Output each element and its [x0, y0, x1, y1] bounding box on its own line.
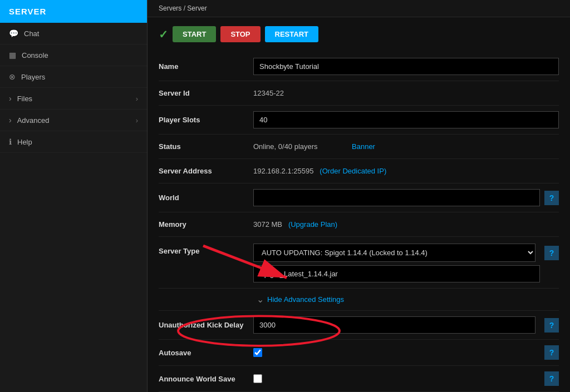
- kick-delay-value: ?: [253, 316, 559, 334]
- world-label: World: [159, 193, 253, 202]
- server-address-row: Server Address 192.168.2.1:25595 (Order …: [159, 159, 559, 183]
- chevron-down-icon: ⌄: [257, 294, 264, 305]
- kick-delay-help-button[interactable]: ?: [544, 318, 559, 333]
- autosave-row: Autosave ?: [159, 340, 559, 366]
- memory-row: Memory 3072 MB (Upgrade Plan): [159, 212, 559, 237]
- sidebar-item-files[interactable]: › Files: [0, 88, 147, 110]
- status-value: Online, 0/40 players Banner: [253, 142, 559, 151]
- sidebar-item-label: Chat: [24, 29, 39, 38]
- announce-row: Announce World Save ?: [159, 366, 559, 392]
- server-address-value: 192.168.2.1:25595 (Order Dedicated IP): [253, 167, 559, 175]
- announce-value: ?: [253, 371, 559, 386]
- sidebar-item-players[interactable]: ⊗ Players: [0, 66, 147, 88]
- kick-delay-input[interactable]: [253, 316, 535, 334]
- chat-icon: 💬: [9, 29, 18, 38]
- player-slots-input[interactable]: [253, 111, 559, 128]
- status-row: Status Online, 0/40 players Banner: [159, 135, 559, 159]
- breadcrumb: Servers / Server: [148, 0, 570, 17]
- memory-label: Memory: [159, 220, 253, 229]
- status-label: Status: [159, 142, 253, 151]
- server-address-label: Server Address: [159, 167, 253, 175]
- kick-delay-label: Unauthorized Kick Delay: [159, 321, 253, 329]
- advanced-icon: ›: [9, 116, 12, 125]
- server-type-select[interactable]: AUTO UPDATING: Spigot 1.14.4 (Locked to …: [253, 244, 535, 262]
- players-icon: ⊗: [9, 72, 16, 81]
- memory-text: 3072 MB: [253, 220, 282, 229]
- server-type-help-button[interactable]: ?: [544, 246, 559, 260]
- sidebar-header: SERVER: [0, 0, 147, 23]
- sidebar-item-console[interactable]: ▦ Console: [0, 44, 147, 66]
- player-slots-label: Player Slots: [159, 116, 253, 124]
- content-area: ✓ START STOP RESTART Name Server Id 1234…: [148, 17, 570, 392]
- console-icon: ▦: [9, 51, 16, 59]
- name-label: Name: [159, 62, 253, 71]
- restart-button[interactable]: RESTART: [265, 26, 318, 42]
- main-wrapper: ✓ START STOP RESTART Name Server Id 1234…: [148, 17, 570, 392]
- announce-help-button[interactable]: ?: [544, 371, 559, 386]
- start-button[interactable]: START: [173, 26, 216, 42]
- breadcrumb-servers[interactable]: Servers: [159, 4, 181, 12]
- sidebar-item-label: Advanced: [17, 116, 50, 125]
- hide-advanced-link[interactable]: Hide Advanced Settings: [267, 295, 344, 304]
- sidebar-item-help[interactable]: ℹ Help: [0, 131, 147, 153]
- server-type-col: AUTO UPDATING: Spigot 1.14.4 (Locked to …: [253, 244, 559, 282]
- world-value: ?: [253, 189, 559, 206]
- announce-checkbox[interactable]: [253, 374, 262, 383]
- upgrade-plan-link[interactable]: (Upgrade Plan): [288, 220, 337, 229]
- name-input[interactable]: [253, 58, 559, 75]
- memory-value: 3072 MB (Upgrade Plan): [253, 220, 559, 229]
- server-type-jar-input[interactable]: [253, 265, 540, 282]
- sidebar-item-label: Console: [22, 51, 48, 59]
- files-icon: ›: [9, 94, 12, 103]
- world-row: World ?: [159, 183, 559, 212]
- order-dedicated-ip-link[interactable]: (Order Dedicated IP): [320, 167, 386, 175]
- name-row: Name: [159, 52, 559, 81]
- announce-label: Announce World Save: [159, 375, 253, 383]
- server-type-row: Server Type AUTO UPDATING: Spigot 1.14.4…: [159, 237, 559, 289]
- server-id-row: Server Id 12345-22: [159, 81, 559, 106]
- main-content: Servers / Server ✓ START STOP RESTART Na…: [148, 0, 570, 392]
- world-input[interactable]: [253, 189, 540, 206]
- autosave-help-button[interactable]: ?: [544, 345, 559, 360]
- sidebar-item-chat[interactable]: 💬 Chat: [0, 23, 147, 44]
- world-help-button[interactable]: ?: [544, 191, 559, 205]
- player-slots-value: [253, 111, 559, 128]
- player-slots-row: Player Slots: [159, 106, 559, 135]
- sidebar-item-label: Players: [21, 73, 45, 81]
- server-id-label: Server Id: [159, 89, 253, 97]
- name-value: [253, 58, 559, 75]
- kick-delay-row: Unauthorized Kick Delay ?: [159, 311, 559, 340]
- server-id-value: 12345-22: [253, 89, 559, 97]
- autosave-label: Autosave: [159, 349, 253, 357]
- help-icon: ℹ: [9, 137, 12, 146]
- sidebar-item-advanced[interactable]: › Advanced: [0, 110, 147, 131]
- sidebar-item-label: Files: [17, 95, 32, 103]
- server-type-label: Server Type: [159, 244, 253, 255]
- hide-advanced-row: ⌄ Hide Advanced Settings: [159, 289, 559, 311]
- server-controls: ✓ START STOP RESTART: [159, 26, 559, 42]
- stop-button[interactable]: STOP: [220, 26, 260, 42]
- status-text: Online, 0/40 players: [253, 142, 318, 151]
- sidebar: SERVER 💬 Chat ▦ Console ⊗ Players › File…: [0, 0, 148, 392]
- status-check-icon: ✓: [159, 28, 168, 41]
- autosave-value: ?: [253, 345, 559, 360]
- sidebar-item-label: Help: [17, 138, 32, 146]
- breadcrumb-server: Server: [187, 4, 207, 12]
- banner-link[interactable]: Banner: [352, 142, 375, 151]
- server-address-text: 192.168.2.1:25595: [253, 167, 313, 175]
- autosave-checkbox[interactable]: [253, 348, 262, 357]
